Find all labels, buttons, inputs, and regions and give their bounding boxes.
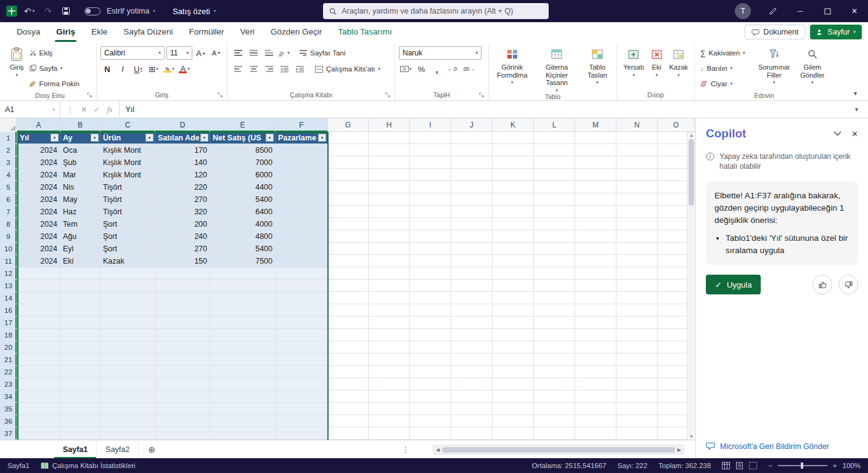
cell-e21[interactable] <box>210 354 276 366</box>
cell-i5[interactable] <box>410 181 451 193</box>
cell-b34[interactable] <box>60 390 100 403</box>
cell-b18[interactable] <box>60 329 100 341</box>
delete-cells-button[interactable]: Eki ▾ <box>648 44 666 78</box>
cell-f21[interactable] <box>276 354 328 366</box>
cell-i7[interactable] <box>410 206 451 218</box>
cell-k2[interactable] <box>493 144 534 156</box>
cell-c34[interactable] <box>100 390 155 403</box>
column-header-b[interactable]: B <box>60 118 100 132</box>
cell-a4[interactable]: 2024 <box>17 169 60 181</box>
cell-j21[interactable] <box>451 354 493 366</box>
cell-f12[interactable] <box>276 267 328 280</box>
cell-g1[interactable] <box>328 132 369 144</box>
cell-m16[interactable] <box>575 304 616 317</box>
cell-n13[interactable] <box>616 280 658 292</box>
row-header-37[interactable]: 37 <box>0 427 17 440</box>
accounting-format-button[interactable]: ▾ <box>399 62 413 76</box>
cell-l4[interactable] <box>534 169 575 181</box>
cell-c6[interactable]: Tişört <box>100 193 155 206</box>
feedback-link[interactable]: Microsoft'a Geri Bildirim Gönder <box>706 442 829 451</box>
cell-n20[interactable] <box>616 341 658 354</box>
cell-g34[interactable] <box>328 390 369 403</box>
cell-d4[interactable]: 120 <box>155 169 210 181</box>
cell-d1[interactable]: Satılan Adet▾ <box>155 132 210 144</box>
cell-d12[interactable] <box>155 267 210 280</box>
cell-m36[interactable] <box>575 415 616 427</box>
cell-i37[interactable] <box>410 427 451 440</box>
cell-j1[interactable] <box>451 132 493 144</box>
cell-c21[interactable] <box>100 354 155 366</box>
cell-c8[interactable]: Şort <box>100 218 155 230</box>
add-sheet-button[interactable]: ⊕ <box>145 443 158 456</box>
cell-b2[interactable]: Oca <box>60 144 100 156</box>
cell-d2[interactable]: 170 <box>155 144 210 156</box>
ribbon-tab-tablo-tasar-m[interactable]: Tablo Tasarımı <box>330 23 400 42</box>
cell-e37[interactable] <box>210 427 276 440</box>
cell-k9[interactable] <box>493 230 534 243</box>
cell-g12[interactable] <box>328 267 369 280</box>
cell-l21[interactable] <box>534 354 575 366</box>
horizontal-scrollbar[interactable]: ◀ ▶ <box>433 445 684 455</box>
cell-j4[interactable] <box>451 169 493 181</box>
cell-l5[interactable] <box>534 181 575 193</box>
row-header-4[interactable]: 4 <box>0 169 17 181</box>
cell-b16[interactable] <box>60 304 100 317</box>
cell-e3[interactable]: 7000 <box>210 156 276 169</box>
cell-m7[interactable] <box>575 206 616 218</box>
cell-k37[interactable] <box>493 427 534 440</box>
cell-a9[interactable]: 2024 <box>17 230 60 243</box>
cell-c37[interactable] <box>100 427 155 440</box>
cell-j36[interactable] <box>451 415 493 427</box>
row-header-9[interactable]: 9 <box>0 230 17 243</box>
ribbon-tab-veri[interactable]: Veri <box>232 23 263 42</box>
cell-m6[interactable] <box>575 193 616 206</box>
maximize-button[interactable] <box>814 0 841 22</box>
row-header-22[interactable]: 22 <box>0 366 17 378</box>
cell-m8[interactable] <box>575 218 616 230</box>
cell-g5[interactable] <box>328 181 369 193</box>
cell-a6[interactable]: 2024 <box>17 193 60 206</box>
cell-g16[interactable] <box>328 304 369 317</box>
cell-e17[interactable] <box>210 317 276 329</box>
dialog-launcher-icon[interactable] <box>479 92 485 98</box>
filter-dropdown-icon[interactable]: ▾ <box>200 134 208 142</box>
cell-d11[interactable]: 150 <box>155 255 210 267</box>
cell-a11[interactable]: 2024 <box>17 255 60 267</box>
minimize-button[interactable]: ─ <box>787 0 814 22</box>
cell-b11[interactable]: Eki <box>60 255 100 267</box>
cell-h9[interactable] <box>369 230 410 243</box>
cell-b6[interactable]: May <box>60 193 100 206</box>
cell-j7[interactable] <box>451 206 493 218</box>
cell-a20[interactable] <box>17 341 60 354</box>
orientation-button[interactable]: ab▾ <box>277 46 291 60</box>
cell-n11[interactable] <box>616 255 658 267</box>
cell-l17[interactable] <box>534 317 575 329</box>
ribbon-tab-dosya[interactable]: Dosya <box>9 23 48 42</box>
cell-h12[interactable] <box>369 267 410 280</box>
cell-h10[interactable] <box>369 243 410 255</box>
cell-d35[interactable] <box>155 403 210 415</box>
cell-l22[interactable] <box>534 366 575 378</box>
cut-button[interactable]: Eklş <box>28 46 81 59</box>
increase-font-button[interactable]: A▲ <box>194 46 208 60</box>
cell-e1[interactable]: Net Satış (US▾ <box>210 132 276 144</box>
cell-m5[interactable] <box>575 181 616 193</box>
cell-l9[interactable] <box>534 230 575 243</box>
cell-g36[interactable] <box>328 415 369 427</box>
cell-g37[interactable] <box>328 427 369 440</box>
tab-bar-dots-icon[interactable]: ⋮ <box>402 445 409 454</box>
cell-f4[interactable] <box>276 169 328 181</box>
cell-j10[interactable] <box>451 243 493 255</box>
cell-f22[interactable] <box>276 366 328 378</box>
cell-e8[interactable]: 4000 <box>210 218 276 230</box>
cell-c35[interactable] <box>100 403 155 415</box>
cell-d14[interactable] <box>155 292 210 304</box>
cell-b22[interactable] <box>60 366 100 378</box>
fill-button[interactable]: ↓ Barılın ▾ <box>698 62 753 75</box>
cell-m37[interactable] <box>575 427 616 440</box>
sheet-tab-sayfa2[interactable]: Sayfa2 <box>97 440 139 458</box>
column-header-m[interactable]: M <box>575 118 616 132</box>
cell-m10[interactable] <box>575 243 616 255</box>
cell-e36[interactable] <box>210 415 276 427</box>
cell-i22[interactable] <box>410 366 451 378</box>
